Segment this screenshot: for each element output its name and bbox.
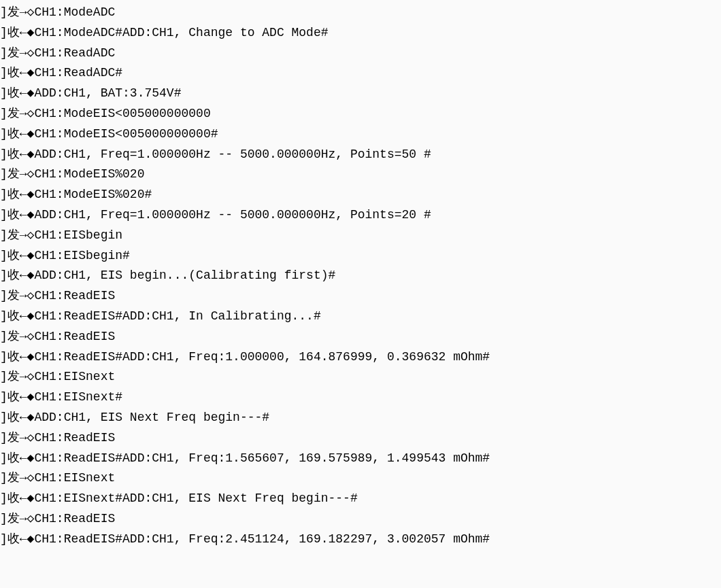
log-line: ]收←◆CH1:ModeEIS%020# [0, 185, 721, 205]
log-line: ]发→◇CH1:ModeEIS<005000000000 [0, 104, 721, 124]
log-line: ]收←◆CH1:ModeADC#ADD:CH1, Change to ADC M… [0, 23, 721, 44]
log-line: ]收←◆ADD:CH1, EIS Next Freq begin---# [0, 408, 721, 428]
log-line: ]收←◆CH1:EISbegin# [0, 246, 721, 266]
log-line: ]收←◆CH1:ModeEIS<005000000000# [0, 124, 721, 145]
log-line: ]收←◆CH1:ReadADC# [0, 63, 721, 84]
log-line: ]收←◆ADD:CH1, Freq=1.000000Hz -- 5000.000… [0, 205, 721, 226]
log-line: ]收←◆CH1:ReadEIS#ADD:CH1, Freq:1.000000, … [0, 347, 721, 368]
log-line: ]发→◇CH1:EISnext [0, 468, 721, 489]
log-line: ]收←◆CH1:ReadEIS#ADD:CH1, Freq:2.451124, … [0, 530, 721, 550]
log-line: ]发→◇CH1:ModeEIS%020 [0, 165, 721, 185]
log-line: ]发→◇CH1:ReadEIS [0, 428, 721, 449]
serial-log-output: ]发→◇CH1:ModeADC]收←◆CH1:ModeADC#ADD:CH1, … [0, 3, 721, 550]
log-line: ]收←◆CH1:EISnext#ADD:CH1, EIS Next Freq b… [0, 489, 721, 509]
log-line: ]发→◇CH1:ReadEIS [0, 509, 721, 530]
log-line: ]收←◆CH1:ReadEIS#ADD:CH1, Freq:1.565607, … [0, 449, 721, 469]
log-line: ]收←◆ADD:CH1, EIS begin...(Calibrating fi… [0, 266, 721, 286]
log-line: ]发→◇CH1:ReadEIS [0, 327, 721, 347]
log-line: ]发→◇CH1:ReadADC [0, 44, 721, 64]
log-line: ]发→◇CH1:ModeADC [0, 3, 721, 23]
log-line: ]发→◇CH1:ReadEIS [0, 286, 721, 307]
log-line: ]发→◇CH1:EISbegin [0, 226, 721, 246]
log-line: ]发→◇CH1:EISnext [0, 367, 721, 387]
log-line: ]收←◆CH1:ReadEIS#ADD:CH1, In Calibrating.… [0, 307, 721, 327]
log-line: ]收←◆CH1:EISnext# [0, 387, 721, 408]
log-line: ]收←◆ADD:CH1, Freq=1.000000Hz -- 5000.000… [0, 145, 721, 165]
log-line: ]收←◆ADD:CH1, BAT:3.754V# [0, 84, 721, 104]
